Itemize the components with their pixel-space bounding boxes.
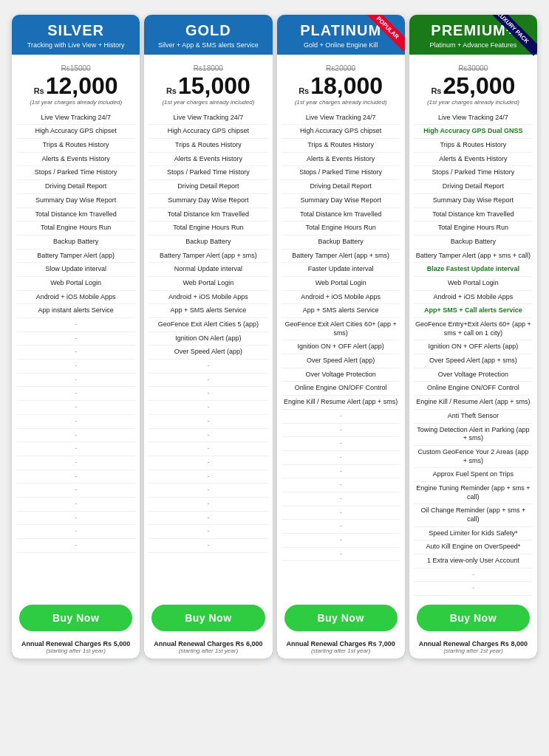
renewal-subtext: (starting after 1st year) xyxy=(149,647,267,654)
feature-item: - xyxy=(414,568,533,583)
feature-item: Normal Update interval xyxy=(149,263,267,277)
plan-name: SILVER xyxy=(16,22,135,39)
feature-item: Summary Day Wise Report xyxy=(149,194,267,208)
feature-item: Live View Tracking 24/7 xyxy=(282,111,400,126)
feature-item: Stops / Parked Time History xyxy=(149,166,267,180)
feature-item: - xyxy=(149,429,267,443)
feature-item: - xyxy=(16,374,135,388)
feature-item: GeoFence Entry+Exit Alerts 60+ (app + sm… xyxy=(414,318,533,340)
feature-item: - xyxy=(149,525,267,539)
plan-card-premium: LUXURY PACK PREMIUM+ Platinum + Advance … xyxy=(409,15,537,659)
original-price: Rs18000 xyxy=(194,64,223,72)
feature-item: Backup Battery xyxy=(16,236,135,250)
feature-item: Summary Day Wise Report xyxy=(414,194,533,208)
feature-item: - xyxy=(282,451,400,465)
feature-item: - xyxy=(149,442,267,456)
feature-item: Over Speed Alert (app) xyxy=(149,346,267,360)
buy-button-silver[interactable]: Buy Now xyxy=(19,605,132,631)
feature-item: Alerts & Events History xyxy=(149,153,267,167)
feature-item: App + SMS alerts Service xyxy=(149,304,267,318)
feature-item: Stops / Parked Time History xyxy=(282,166,400,180)
feature-item: Android + iOS Mobile Apps xyxy=(16,291,135,305)
price-rs: Rs xyxy=(299,86,309,95)
renewal-text: Annual Renewal Charges Rs 7,000 xyxy=(282,640,400,647)
features-list-platinum: Live View Tracking 24/7High Accuracy GPS… xyxy=(277,109,405,599)
feature-item: Total Engine Hours Run xyxy=(149,221,267,236)
feature-item: Stops / Parked Time History xyxy=(16,166,135,180)
pricing-container: SILVER Tracking with Live View + History… xyxy=(7,7,542,666)
renewal-area-gold: Annual Renewal Charges Rs 6,000 (startin… xyxy=(144,637,272,659)
feature-item: - xyxy=(282,478,400,492)
feature-item: Battery Tamper Alert (app) xyxy=(16,250,135,264)
feature-item: - xyxy=(16,442,135,456)
plan-subtitle: Silver + App & SMS alerts Service xyxy=(149,41,267,50)
feature-item: Android + iOS Mobile Apps xyxy=(149,291,267,305)
feature-item: Driving Detail Report xyxy=(414,180,533,194)
feature-item: - xyxy=(149,360,267,374)
feature-item: GeoFence Exit Alert Cities 60+ (app + sm… xyxy=(282,318,400,340)
buy-button-gold[interactable]: Buy Now xyxy=(151,605,265,631)
renewal-subtext: (starting after 1st year) xyxy=(282,647,400,654)
price-main: 12,000 xyxy=(46,74,118,97)
buy-button-premium[interactable]: Buy Now xyxy=(417,605,530,631)
feature-item: - xyxy=(282,424,400,438)
buy-button-platinum[interactable]: Buy Now xyxy=(284,605,398,631)
feature-item: Driving Detail Report xyxy=(282,180,400,194)
feature-item: Battery Tamper Alert (app + sms) xyxy=(282,250,400,264)
feature-item: High Accuracy GPS chipset xyxy=(149,125,267,139)
feature-item: High Accuracy GPS chipset xyxy=(16,125,135,139)
buy-btn-area-silver: Buy Now xyxy=(12,599,140,637)
feature-item: - xyxy=(16,525,135,539)
price-rs: Rs xyxy=(166,86,177,95)
feature-item: - xyxy=(149,456,267,470)
feature-item: Total Distance km Travelled xyxy=(282,208,400,222)
feature-item: Stops / Parked Time History xyxy=(414,166,533,180)
price-note: (1st year charges already included) xyxy=(282,99,400,106)
feature-item: Backup Battery xyxy=(414,236,533,250)
feature-item: - xyxy=(149,539,267,553)
feature-item: Summary Day Wise Report xyxy=(16,194,135,208)
plan-subtitle: Tracking with Live View + History xyxy=(16,41,135,50)
plan-price-area-gold: Rs18000 Rs 15,000 (1st year charges alre… xyxy=(144,55,272,109)
feature-item: Web Portal Login xyxy=(282,277,400,291)
feature-item: Ignition ON + OFF Alert (app) xyxy=(282,340,400,354)
feature-item: Total Distance km Travelled xyxy=(149,208,267,222)
feature-item: Online Engine ON/OFF Control xyxy=(282,382,400,396)
feature-item: Total Engine Hours Run xyxy=(414,221,533,236)
feature-item: - xyxy=(16,429,135,443)
feature-item: Web Portal Login xyxy=(149,277,267,291)
features-list-gold: Live View Tracking 24/7High Accuracy GPS… xyxy=(144,109,272,599)
feature-item: - xyxy=(16,415,135,429)
price-main: 15,000 xyxy=(178,74,250,97)
feature-item: Engine Tuning Reminder (app + sms + call… xyxy=(414,482,533,504)
feature-item: - xyxy=(16,346,135,360)
feature-item: Backup Battery xyxy=(282,236,400,250)
feature-item: Live View Tracking 24/7 xyxy=(16,111,135,126)
plan-name: GOLD xyxy=(149,22,267,39)
feature-item: Speed Limiter for Kids Safety* xyxy=(414,527,533,541)
feature-item: - xyxy=(16,498,135,512)
feature-item: - xyxy=(282,410,400,424)
feature-item: Trips & Routes History xyxy=(414,139,533,153)
feature-item: - xyxy=(16,332,135,346)
feature-item: - xyxy=(282,437,400,451)
feature-item: Live View Tracking 24/7 xyxy=(414,111,533,126)
original-price: Rs15000 xyxy=(61,64,91,72)
plan-card-platinum: POPULAR PLATINUM Gold + Online Engine Ki… xyxy=(277,15,405,659)
feature-item: - xyxy=(282,465,400,479)
feature-item: 1 Extra view-only User Account xyxy=(414,554,533,568)
feature-item: - xyxy=(16,512,135,526)
feature-item: - xyxy=(149,484,267,498)
feature-item: Android + iOS Mobile Apps xyxy=(414,291,533,305)
plan-price-area-premium: Rs30000 Rs 25,000 (1st year charges alre… xyxy=(409,55,537,109)
badge-label: LUXURY PACK xyxy=(493,15,537,56)
feature-item: App instant alerts Service xyxy=(16,304,135,318)
feature-item: - xyxy=(282,492,400,506)
renewal-text: Annual Renewal Charges Rs 8,000 xyxy=(414,640,533,647)
feature-item: Over Speed Alert (app) xyxy=(282,354,400,368)
renewal-area-silver: Annual Renewal Charges Rs 5,000 (startin… xyxy=(12,637,140,659)
feature-item: Total Engine Hours Run xyxy=(16,221,135,236)
feature-item: Ignition ON + OFF Alerts (app) xyxy=(414,340,533,354)
feature-item: Total Distance km Travelled xyxy=(414,208,533,222)
feature-item: Trips & Routes History xyxy=(149,139,267,153)
